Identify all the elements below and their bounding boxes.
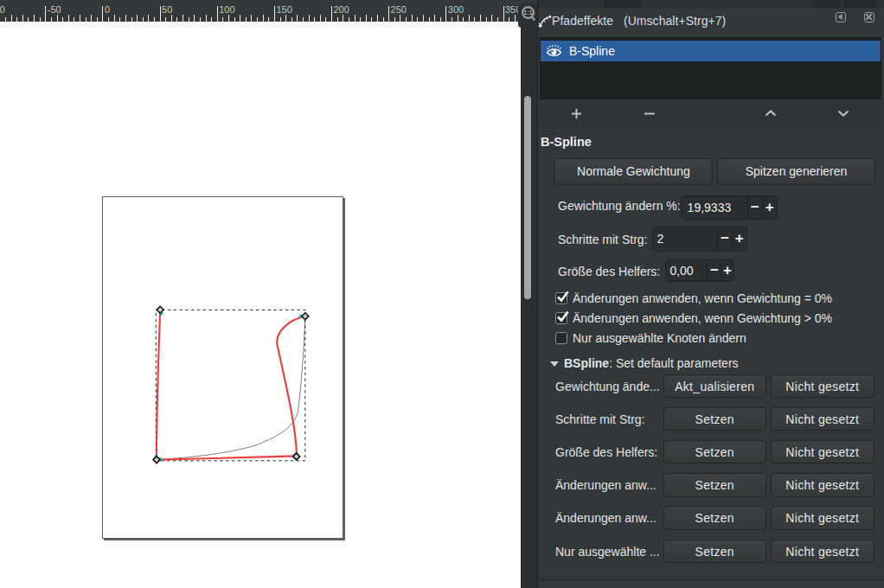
svg-text:1:1: 1:1 (523, 9, 532, 16)
